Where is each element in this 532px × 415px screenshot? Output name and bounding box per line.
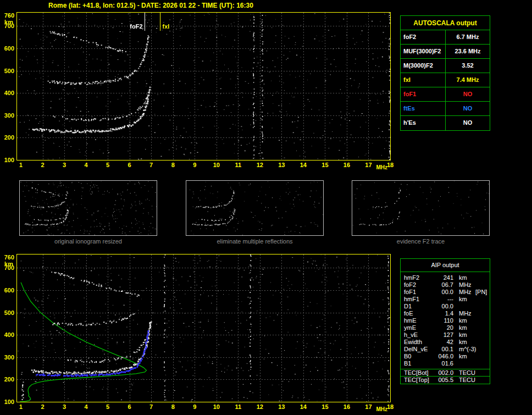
aip-param-note <box>472 303 490 310</box>
top-plot-x-tick-9: 9 <box>188 162 201 169</box>
thumbnail-caption-cleaned: eliminate multiple reflections <box>186 238 324 245</box>
aip-param-label: Ewidth <box>401 339 431 346</box>
aip-param-value: 42 <box>431 339 453 346</box>
autoscala-output-table: AUTOSCALA output foF26.7 MHzMUF(3000)F22… <box>400 15 490 131</box>
aip-param-note: [PN] <box>472 289 490 296</box>
aip-param-note <box>472 310 490 317</box>
aip-param-label: B0 <box>401 353 431 360</box>
aip-table-body: hmF2241kmfoF206.7MHzfoF100.0MHz[PN]hmF1-… <box>401 272 490 369</box>
top-ionogram-plot <box>16 12 391 161</box>
aip-row: ymE20km <box>401 324 490 331</box>
aip-row: h_vE127km <box>401 331 490 339</box>
aip-param-label: foF2 <box>401 281 431 289</box>
autoscala-row: foF1NO <box>401 87 490 102</box>
bottom-ionogram-plot <box>16 254 391 402</box>
top-plot-x-tick-14: 14 <box>297 162 310 169</box>
aip-param-value: 127 <box>431 331 453 339</box>
autoscala-param-value: NO <box>446 102 490 115</box>
aip-param-unit: km <box>453 353 472 360</box>
autoscala-param-label: M(3000)F2 <box>401 59 446 73</box>
autoscala-param-value: 23.6 MHz <box>446 45 490 58</box>
autoscala-param-label: h'Es <box>401 116 446 130</box>
bottom-plot-y-tick-100: 100 <box>0 399 14 405</box>
aip-param-unit: km <box>453 274 472 281</box>
bottom-plot-y-tick-400: 400 <box>0 331 14 338</box>
autoscala-param-label: MUF(3000)F2 <box>401 45 446 58</box>
bottom-plot-x-tick-12: 12 <box>253 403 267 411</box>
aip-param-value: 110 <box>431 317 453 324</box>
top-plot-x-tick-1: 1 <box>14 162 27 169</box>
aip-row: D100.0 <box>401 303 490 310</box>
aip-param-unit: km <box>453 317 472 324</box>
aip-table-header: AIP output <box>401 259 490 272</box>
top-plot-y-axis-unit: km <box>0 19 13 25</box>
autoscala-row: foF26.7 MHz <box>401 30 490 45</box>
aip-param-value: 01.6 <box>431 360 453 367</box>
aip-tec-label: TEC[Bot] <box>401 369 431 376</box>
bottom-plot-x-tick-16: 16 <box>340 403 353 411</box>
thumbnail-caption-f2-trace: evidence F2 trace <box>352 238 490 245</box>
aip-tec-unit: TECU <box>453 377 472 384</box>
bottom-plot-y-tick-300: 300 <box>0 354 14 361</box>
bottom-plot-x-tick-10: 10 <box>210 403 223 411</box>
aip-row: Ewidth42km <box>401 339 490 346</box>
aip-tec-value: 002.0 <box>431 369 453 376</box>
top-plot-x-tick-2: 2 <box>36 162 49 169</box>
top-plot-x-tick-8: 8 <box>167 162 180 169</box>
bottom-plot-x-tick-8: 8 <box>167 403 180 411</box>
aip-param-unit: km <box>453 296 472 303</box>
top-plot-x-tick-4: 4 <box>80 162 93 169</box>
aip-param-label: B1 <box>401 360 431 367</box>
aip-param-label: foE <box>401 310 431 317</box>
bottom-plot-y-tick-200: 200 <box>0 376 14 383</box>
aip-param-label: hmF1 <box>401 296 431 303</box>
top-plot-y-tick-200: 200 <box>0 134 14 141</box>
aip-row: hmF2241km <box>401 274 490 281</box>
top-plot-y-tick-600: 600 <box>0 45 14 52</box>
top-plot-x-tick-13: 13 <box>275 162 288 169</box>
aip-param-unit: MHz <box>453 281 472 289</box>
top-plot-x-tick-16: 16 <box>340 162 353 169</box>
aip-param-label: DelN_vE <box>401 346 431 353</box>
aip-param-note <box>472 317 490 324</box>
top-plot-x-tick-5: 5 <box>101 162 114 169</box>
bottom-plot-x-tick-6: 6 <box>123 403 136 411</box>
autoscala-program-screen: Rome (lat: +41.8, lon: 012.5) - DATE: 20… <box>0 0 532 415</box>
autoscala-table-header: AUTOSCALA output <box>401 16 490 30</box>
aip-row: foF100.0MHz[PN] <box>401 289 490 296</box>
aip-param-value: 241 <box>431 274 453 281</box>
aip-param-unit: km <box>453 339 472 346</box>
aip-row: hmF1---km <box>401 296 490 303</box>
aip-param-label: foF1 <box>401 289 431 296</box>
aip-row: foE1.4MHz <box>401 310 490 317</box>
aip-param-label: h_vE <box>401 331 431 339</box>
autoscala-param-value: 6.7 MHz <box>446 30 490 44</box>
aip-param-value: 1.4 <box>431 310 453 317</box>
aip-param-unit <box>453 360 472 367</box>
thumbnail-canvas-cleaned <box>186 181 323 235</box>
aip-param-value: 00.1 <box>431 346 453 353</box>
aip-param-note <box>472 346 490 353</box>
top-plot-x-tick-10: 10 <box>210 162 223 169</box>
autoscala-row: MUF(3000)F223.6 MHz <box>401 45 490 59</box>
aip-param-note <box>472 274 490 281</box>
aip-row: hmE110km <box>401 317 490 324</box>
bottom-plot-x-tick-14: 14 <box>297 403 310 411</box>
aip-param-note <box>472 331 490 339</box>
aip-tec-label: TEC[Top] <box>401 377 431 384</box>
autoscala-param-value: NO <box>446 87 490 101</box>
bottom-plot-x-tick-3: 3 <box>58 403 71 411</box>
aip-param-note <box>472 353 490 360</box>
aip-tec-unit: TECU <box>453 369 472 376</box>
thumbnail-multiple-reflections-removed <box>186 180 324 236</box>
aip-tec-section: TEC[Bot]002.0TECUTEC[Top]005.5TECU <box>401 369 490 384</box>
aip-param-label: D1 <box>401 303 431 310</box>
bottom-plot-x-tick-17: 17 <box>362 403 375 411</box>
aip-row: DelN_vE00.1m^(-3) <box>401 346 490 353</box>
aip-row: B0046.0km <box>401 353 490 360</box>
top-plot-x-tick-3: 3 <box>58 162 71 169</box>
aip-param-note <box>472 296 490 303</box>
bottom-plot-y-tick-500: 500 <box>0 309 14 316</box>
aip-row: foF206.7MHz <box>401 281 490 289</box>
autoscala-row: ftEsNO <box>401 102 490 116</box>
